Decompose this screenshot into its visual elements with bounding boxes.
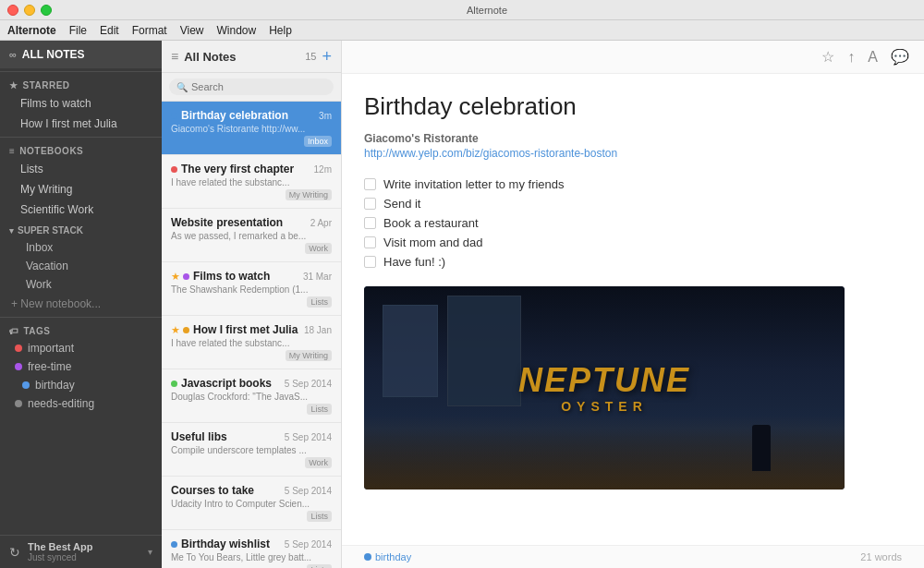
menu-item-file[interactable]: File bbox=[69, 24, 87, 37]
tags-icon: 🏷 bbox=[9, 326, 19, 336]
sidebar-item-scientific-work[interactable]: Scientific Work bbox=[0, 199, 162, 220]
note-list-item-6[interactable]: Useful libs 5 Sep 2014 Compile underscor… bbox=[162, 423, 341, 477]
checklist-item-2[interactable]: Book a restaurant bbox=[364, 213, 902, 233]
note-list-item-5[interactable]: Javascript books 5 Sep 2014 Douglas Croc… bbox=[162, 369, 341, 423]
notes-list-title: All Notes bbox=[184, 50, 299, 64]
star-icon: ★ bbox=[171, 324, 180, 336]
tag-dot-free-time bbox=[15, 363, 22, 370]
checkbox-0[interactable] bbox=[364, 178, 376, 190]
sidebar-item-my-writing[interactable]: My Writing bbox=[0, 179, 162, 199]
search-icon: 🔍 bbox=[176, 82, 188, 92]
checklist-item-0[interactable]: Write invitation letter to my friends bbox=[364, 175, 902, 194]
menu-item-edit[interactable]: Edit bbox=[100, 24, 119, 37]
note-item-title: Birthday wishlist bbox=[181, 538, 281, 550]
sidebar-item-films-to-watch[interactable]: Films to watch bbox=[0, 93, 162, 114]
sidebar-item-inbox[interactable]: Inbox bbox=[0, 238, 162, 257]
menu-item-help[interactable]: Help bbox=[269, 24, 292, 37]
checklist-item-3[interactable]: Visit mom and dad bbox=[364, 233, 902, 252]
note-item-time: 12m bbox=[314, 164, 332, 175]
note-list-item-2[interactable]: Website presentation 2 Apr As we passed,… bbox=[162, 209, 341, 262]
star-icon: ★ bbox=[9, 80, 18, 91]
note-tag-badge: Work bbox=[305, 457, 332, 468]
footer-tag-dot bbox=[364, 553, 371, 561]
sync-bar[interactable]: ↻ The Best App Just synced ▾ bbox=[0, 535, 162, 568]
checkbox-1[interactable] bbox=[364, 198, 376, 210]
toolbar-star-icon[interactable]: ☆ bbox=[821, 48, 834, 66]
checkbox-4[interactable] bbox=[364, 256, 376, 268]
sidebar-item-how-i-first-met-julia[interactable]: How I first met Julia bbox=[0, 114, 162, 134]
note-list-item-4[interactable]: ★ How I first met Julia 18 Jan I have re… bbox=[162, 316, 341, 369]
note-tag-badge: Lists bbox=[307, 511, 332, 522]
note-list-item-7[interactable]: Courses to take 5 Sep 2014 Udacity Intro… bbox=[162, 477, 341, 530]
note-item-preview: The Shawshank Redemption (1... bbox=[171, 284, 332, 295]
minimize-button[interactable] bbox=[24, 5, 35, 16]
checkbox-3[interactable] bbox=[364, 236, 376, 248]
tag-dot-needs-editing bbox=[15, 400, 22, 407]
note-checklist: Write invitation letter to my friends Se… bbox=[364, 175, 902, 272]
sidebar-item-work[interactable]: Work bbox=[0, 275, 162, 294]
checklist-item-4[interactable]: Have fun! :) bbox=[364, 252, 902, 272]
notes-list-header: ≡ All Notes 15 + bbox=[162, 41, 341, 73]
note-list-item-0[interactable]: Birthday celebration 3m Giacomo's Ristor… bbox=[162, 102, 341, 155]
divider-3 bbox=[0, 317, 162, 318]
toolbar-font-icon[interactable]: A bbox=[868, 49, 878, 66]
note-link[interactable]: http://www.yelp.com/biz/giacomos-ristora… bbox=[364, 147, 902, 160]
footer-tag-label: birthday bbox=[375, 551, 411, 562]
note-item-time: 5 Sep 2014 bbox=[285, 432, 332, 442]
note-tag-badge: My Writing bbox=[286, 189, 332, 200]
notes-count: 15 bbox=[305, 51, 316, 62]
note-item-title: How I first met Julia bbox=[193, 323, 300, 336]
note-list-item-3[interactable]: ★ Films to watch 31 Mar The Shawshank Re… bbox=[162, 262, 341, 316]
app-title: Alternote bbox=[57, 5, 917, 16]
tag-free-time[interactable]: free-time bbox=[0, 357, 162, 376]
menu-item-format[interactable]: Format bbox=[132, 24, 167, 37]
starred-section-header: ★ STARRED bbox=[0, 75, 162, 93]
checklist-item-1[interactable]: Send it bbox=[364, 194, 902, 213]
tag-important[interactable]: important bbox=[0, 339, 162, 357]
close-button[interactable] bbox=[7, 5, 18, 16]
divider-1 bbox=[0, 71, 162, 72]
sidebar-item-lists[interactable]: Lists bbox=[0, 159, 162, 179]
checklist-text-2: Book a restaurant bbox=[383, 216, 479, 230]
star-icon: ★ bbox=[171, 271, 180, 283]
menu-item-appname[interactable]: Alternote bbox=[7, 24, 56, 37]
note-dot bbox=[171, 381, 177, 387]
super-stack-header[interactable]: ▾ Super Stack bbox=[0, 220, 162, 238]
note-item-time: 3m bbox=[319, 111, 332, 121]
menu-item-window[interactable]: Window bbox=[217, 24, 257, 37]
all-notes-icon: ∞ bbox=[9, 49, 17, 60]
note-footer: birthday 21 words bbox=[342, 545, 924, 568]
note-list-item-8[interactable]: Birthday wishlist 5 Sep 2014 Me To You B… bbox=[162, 530, 341, 568]
sidebar: ∞ ALL NOTES ★ STARRED Films to watch How… bbox=[0, 41, 162, 568]
add-note-button[interactable]: + bbox=[322, 48, 332, 65]
menu-item-view[interactable]: View bbox=[180, 24, 204, 37]
note-item-title: Website presentation bbox=[171, 216, 307, 229]
sidebar-item-all-notes[interactable]: ∞ ALL NOTES bbox=[0, 41, 162, 68]
sync-icon: ↻ bbox=[9, 545, 20, 560]
note-dot bbox=[171, 166, 177, 173]
notes-scroll: Birthday celebration 3m Giacomo's Ristor… bbox=[162, 102, 341, 568]
tag-needs-editing[interactable]: needs-editing bbox=[0, 394, 162, 413]
note-list-item-1[interactable]: The very first chapter 12m I have relate… bbox=[162, 155, 341, 209]
note-tag-badge: Lists bbox=[307, 296, 332, 308]
note-source: Giacomo's Ristorante bbox=[364, 132, 902, 145]
note-title: Birthday celebration bbox=[364, 92, 902, 121]
toolbar-comment-icon[interactable]: 💬 bbox=[891, 48, 909, 66]
search-input[interactable] bbox=[191, 81, 326, 92]
note-item-preview: I have related the substanc... bbox=[171, 177, 332, 187]
note-item-time: 5 Sep 2014 bbox=[285, 486, 332, 496]
image-text-oyster: OYSTER bbox=[518, 399, 690, 414]
note-item-time: 18 Jan bbox=[304, 325, 332, 335]
sidebar-item-vacation[interactable]: Vacation bbox=[0, 257, 162, 275]
tag-birthday[interactable]: birthday bbox=[0, 376, 162, 394]
search-wrapper: 🔍 bbox=[169, 79, 334, 95]
note-item-title: Courses to take bbox=[171, 484, 281, 497]
note-footer-tag[interactable]: birthday bbox=[364, 551, 411, 562]
maximize-button[interactable] bbox=[41, 5, 52, 16]
toolbar-share-icon[interactable]: ↑ bbox=[847, 49, 855, 66]
sort-icon[interactable]: ≡ bbox=[171, 49, 178, 64]
note-toolbar: ☆ ↑ A 💬 bbox=[342, 41, 924, 74]
checklist-text-3: Visit mom and dad bbox=[383, 236, 482, 249]
new-notebook-button[interactable]: + New notebook... bbox=[0, 294, 162, 314]
checkbox-2[interactable] bbox=[364, 217, 376, 229]
